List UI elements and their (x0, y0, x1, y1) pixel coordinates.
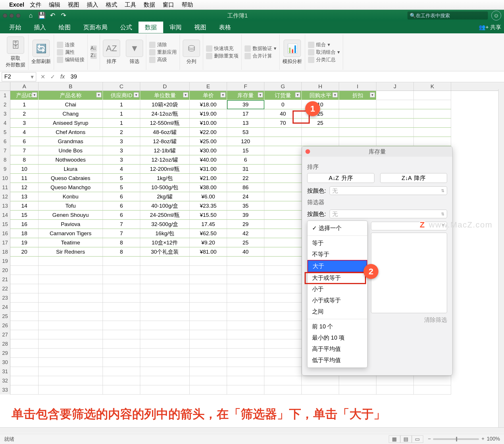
row-header-33[interactable]: 33 (0, 385, 10, 395)
refresh-all[interactable]: 🔄 全部刷新 (28, 35, 54, 70)
opt-bottom10[interactable]: 最小的 10 项 (307, 332, 367, 343)
filter-bycolor-select[interactable]: 无 (330, 210, 447, 218)
cell-28-4[interactable] (190, 339, 227, 349)
cell-5-5[interactable]: 53 (227, 128, 264, 137)
cell-21-0[interactable] (10, 275, 39, 284)
cell-13-2[interactable]: 6 (103, 201, 140, 210)
cell-9-5[interactable]: 31 (227, 164, 264, 174)
filter-dropdown-6[interactable]: ▼ (295, 92, 300, 97)
cell-30-0[interactable] (10, 358, 39, 367)
cell-33-9[interactable] (376, 385, 414, 395)
zoom-slider[interactable] (433, 438, 479, 440)
cell-2-6[interactable]: 0 (264, 100, 302, 109)
menu-data[interactable]: 数据 (144, 1, 155, 9)
menu-format[interactable]: 格式 (106, 1, 117, 9)
cell-11-0[interactable]: 12 (10, 183, 39, 192)
cell-33-5[interactable] (227, 385, 264, 395)
redo-icon[interactable]: ↷ (59, 12, 68, 20)
row-header-6[interactable]: 6 (0, 137, 10, 146)
cell-3-1[interactable]: Chang (39, 109, 103, 118)
cell-15-6[interactable] (264, 220, 302, 229)
filter-dropdown-3[interactable]: ▼ (183, 92, 188, 97)
cell-33-6[interactable] (264, 385, 302, 395)
row-header-16[interactable]: 16 (0, 229, 10, 238)
cell-25-6[interactable] (264, 312, 302, 321)
cell-2-4[interactable]: ¥18.00 (190, 100, 227, 109)
cell-27-2[interactable] (103, 330, 140, 339)
cell-14-0[interactable]: 15 (10, 210, 39, 220)
menu-insert[interactable]: 插入 (87, 1, 98, 9)
cell-30-1[interactable] (39, 358, 103, 367)
row-header-3[interactable]: 3 (0, 109, 10, 118)
cell-5-7[interactable] (302, 128, 339, 137)
cell-13-0[interactable]: 14 (10, 201, 39, 210)
menu-window[interactable]: 窗口 (163, 1, 174, 9)
cell-29-6[interactable] (264, 349, 302, 358)
cell-12-1[interactable]: Konbu (39, 192, 103, 201)
row-header-17[interactable]: 17 (0, 238, 10, 247)
cell-24-2[interactable] (103, 303, 140, 312)
cell-33-1[interactable] (39, 385, 103, 395)
cell-19-6[interactable] (264, 257, 302, 266)
cell-7-6[interactable] (264, 146, 302, 155)
tab-formulas[interactable]: 公式 (114, 22, 138, 33)
cell-18-2[interactable]: 8 (103, 247, 140, 257)
cell-7-0[interactable]: 7 (10, 146, 39, 155)
zoom-in[interactable]: + (481, 436, 484, 442)
cell-32-9[interactable] (376, 376, 414, 385)
filter-dropdown-1[interactable]: ▼ (96, 92, 101, 97)
cell-5-6[interactable] (264, 128, 302, 137)
tab-data[interactable]: 数据 (138, 22, 163, 33)
tab-draw[interactable]: 绘图 (52, 22, 77, 33)
cell-18-6[interactable] (264, 247, 302, 257)
cell-26-1[interactable] (39, 321, 103, 330)
save-icon[interactable]: 💾 (38, 12, 46, 20)
opt-select-one[interactable]: 选择一个 (307, 223, 367, 234)
cell-24-0[interactable] (10, 303, 39, 312)
view-pagelayout[interactable]: ▤ (400, 435, 412, 443)
connections[interactable]: 连接 (57, 41, 84, 48)
row-header-24[interactable]: 24 (0, 303, 10, 312)
sort-desc-icon[interactable]: Z↓ (91, 53, 97, 59)
cell-15-0[interactable]: 16 (10, 220, 39, 229)
cell-13-3[interactable]: 40-100g/盒 (140, 201, 190, 210)
cell-9-1[interactable]: Lkura (39, 164, 103, 174)
cell-16-4[interactable]: ¥62.50 (190, 229, 227, 238)
cell-17-3[interactable]: 10盒×12件 (140, 238, 190, 247)
cell-23-2[interactable] (103, 293, 140, 303)
cell-7-5[interactable]: 15 (227, 146, 264, 155)
sort-desc-button[interactable]: Z↓A降序 (380, 173, 447, 183)
ungroup[interactable]: 取消组合 ▾ (308, 49, 340, 56)
opt-below-avg[interactable]: 低于平均值 (307, 355, 367, 366)
cell-14-3[interactable]: 24-250ml/瓶 (140, 210, 190, 220)
cell-9-3[interactable]: 12-200ml/瓶 (140, 164, 190, 174)
cell-22-1[interactable] (39, 284, 103, 293)
cell-30-6[interactable] (264, 358, 302, 367)
menu-view[interactable]: 视图 (68, 1, 79, 9)
cell-20-5[interactable] (227, 266, 264, 275)
row-header-28[interactable]: 28 (0, 339, 10, 349)
cell-17-6[interactable] (264, 238, 302, 247)
cell-17-4[interactable]: ¥9.20 (190, 238, 227, 247)
cell-2-1[interactable]: Chai (39, 100, 103, 109)
cell-28-5[interactable] (227, 339, 264, 349)
row-header-32[interactable]: 32 (0, 376, 10, 385)
search-box[interactable]: 🔍 在工作表中搜索 (407, 12, 488, 20)
tab-insert[interactable]: 插入 (28, 22, 52, 33)
cell-16-5[interactable]: 42 (227, 229, 264, 238)
cell-29-3[interactable] (140, 349, 190, 358)
sort-asc-icon[interactable]: A↓ (91, 45, 97, 52)
cell-19-4[interactable] (190, 257, 227, 266)
row-header-31[interactable]: 31 (0, 367, 10, 376)
row-header-8[interactable]: 8 (0, 155, 10, 164)
cell-12-0[interactable]: 13 (10, 192, 39, 201)
cell-2-2[interactable]: 1 (103, 100, 140, 109)
cell-2-3[interactable]: 10箱×20袋 (140, 100, 190, 109)
col-header-C[interactable]: C (103, 82, 140, 91)
properties[interactable]: 属性 (57, 49, 84, 56)
row-header-18[interactable]: 18 (0, 247, 10, 257)
cell-11-2[interactable]: 5 (103, 183, 140, 192)
cell-17-5[interactable]: 25 (227, 238, 264, 247)
opt-not-equals[interactable]: 不等于 (307, 249, 367, 260)
cell-13-5[interactable]: 35 (227, 201, 264, 210)
